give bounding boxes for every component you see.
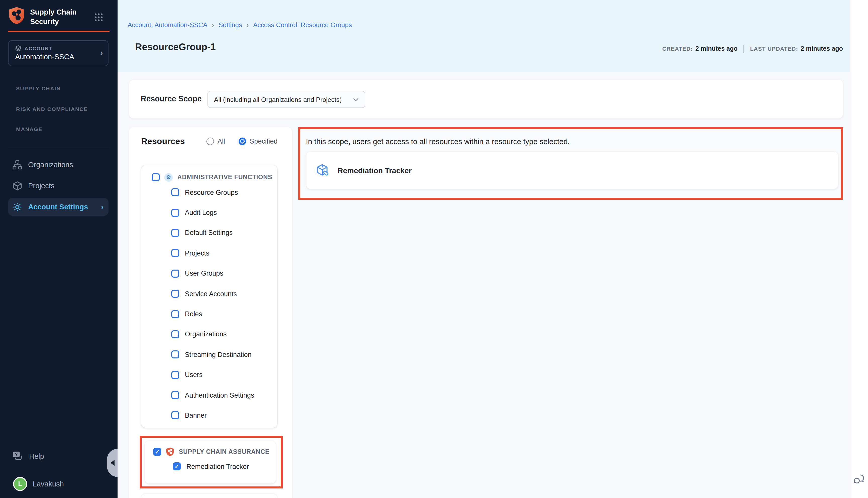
created-label: CREATED: (662, 46, 693, 52)
shield-logo-icon (8, 6, 25, 25)
sidebar-item-label: Account Settings (28, 203, 88, 211)
help-label: Help (29, 452, 44, 460)
radio-specified[interactable]: Specified (238, 137, 277, 145)
cube-icon (13, 181, 22, 191)
breadcrumb-account[interactable]: Account: Automation-SSCA (128, 21, 207, 29)
next-group-card-partial (141, 494, 277, 498)
updated-value: 2 minutes ago (801, 45, 843, 52)
resource-row-roles[interactable]: Roles (141, 304, 277, 324)
checkbox-organizations[interactable] (171, 330, 179, 338)
gear-icon (13, 202, 22, 212)
product-title: Supply Chain Security (30, 6, 77, 27)
updated-label: LAST UPDATED: (750, 46, 798, 52)
radio-circle-icon[interactable] (206, 137, 214, 145)
resource-row-projects[interactable]: Projects (141, 243, 277, 263)
group-card-supply-chain-assurance: SUPPLY CHAIN ASSURANCE Remediation Track… (145, 441, 276, 483)
resource-label: Streaming Destination (185, 351, 252, 358)
module-grid-icon[interactable] (94, 13, 103, 22)
checkbox-banner[interactable] (171, 411, 179, 419)
resource-scope-label: Resource Scope (141, 94, 202, 103)
app-root: Supply Chain Security ACCOUNT Automat (0, 0, 868, 498)
account-label: ACCOUNT (25, 46, 52, 51)
page-header: Account: Automation-SSCA › Settings › Ac… (118, 0, 850, 72)
highlight-box-supply-chain-assurance: SUPPLY CHAIN ASSURANCE Remediation Track… (140, 436, 283, 488)
checkbox-remediation-tracker[interactable] (173, 462, 181, 470)
sidebar: Supply Chain Security ACCOUNT Automat (0, 0, 118, 498)
resource-row-service-accounts[interactable]: Service Accounts (141, 284, 277, 304)
sidebar-item-organizations[interactable]: Organizations (8, 156, 108, 174)
resource-row-resource-groups[interactable]: Resource Groups (141, 182, 277, 202)
chevron-down-icon (353, 97, 359, 101)
sidebar-collapse-handle[interactable] (107, 449, 118, 477)
breadcrumb-separator-icon: › (247, 21, 249, 28)
help-chat-icon: ? (13, 451, 23, 461)
meta-divider (744, 45, 744, 53)
resource-row-audit-logs[interactable]: Audit Logs (141, 202, 277, 223)
checkbox-authentication-settings[interactable] (171, 391, 179, 399)
sidebar-section-supply-chain[interactable]: SUPPLY CHAIN (16, 86, 61, 91)
breadcrumb-access-control[interactable]: Access Control: Resource Groups (253, 21, 352, 29)
breadcrumb: Account: Automation-SSCA › Settings › Ac… (128, 21, 352, 29)
scope-message: In this scope, users get access to all r… (306, 137, 570, 146)
resource-row-organizations[interactable]: Organizations (141, 324, 277, 344)
resource-label: User Groups (185, 270, 223, 277)
checkbox-audit-logs[interactable] (171, 209, 179, 217)
created-value: 2 minutes ago (696, 45, 738, 52)
resource-label: Default Settings (185, 229, 233, 237)
resource-label: Service Accounts (185, 290, 237, 298)
group-card-administrative-functions: ADMINISTRATIVE FUNCTIONS Resource Groups… (141, 165, 277, 428)
page-title: ResourceGroup-1 (135, 42, 216, 53)
group-header: SUPPLY CHAIN ASSURANCE (145, 441, 276, 457)
resource-row-remediation-tracker[interactable]: Remediation Tracker (145, 457, 276, 476)
radio-all[interactable]: All (206, 137, 225, 145)
checkbox-resource-groups[interactable] (171, 188, 179, 196)
org-chart-icon (13, 160, 22, 169)
resource-label: Audit Logs (185, 209, 217, 217)
breadcrumb-settings[interactable]: Settings (219, 21, 242, 29)
resource-row-streaming-destination[interactable]: Streaming Destination (141, 344, 277, 365)
resource-scope-dropdown[interactable]: All (including all Organizations and Pro… (207, 91, 365, 108)
checkbox-users[interactable] (171, 371, 179, 379)
resource-row-authentication-settings[interactable]: Authentication Settings (141, 385, 277, 405)
breadcrumb-separator-icon: › (212, 21, 214, 28)
meta-timestamps: CREATED: 2 minutes ago LAST UPDATED: 2 m… (662, 45, 843, 53)
sidebar-item-label: Organizations (28, 161, 73, 169)
chevron-right-icon: › (101, 203, 103, 211)
user-menu[interactable]: L Lavakush (13, 477, 64, 491)
user-name: Lavakush (33, 480, 64, 488)
resource-label: Resource Groups (185, 188, 238, 196)
avatar: L (13, 477, 27, 491)
checkbox-supply-chain-assurance[interactable] (153, 448, 161, 456)
account-selector[interactable]: ACCOUNT Automation-SSCA › (8, 40, 108, 66)
sidebar-section-risk-and-compliance[interactable]: RISK AND COMPLIANCE (16, 106, 88, 112)
sidebar-divider (8, 148, 109, 148)
resources-title: Resources (141, 136, 185, 147)
checkbox-service-accounts[interactable] (171, 290, 179, 298)
sidebar-section-manage[interactable]: MANAGE (16, 126, 42, 132)
account-name: Automation-SSCA (15, 53, 74, 61)
group-title: SUPPLY CHAIN ASSURANCE (179, 448, 270, 455)
checkbox-projects[interactable] (171, 249, 179, 257)
checkbox-administrative-functions[interactable] (152, 173, 160, 181)
chevron-right-icon: › (100, 48, 103, 57)
resource-label: Projects (185, 249, 209, 257)
chat-bubbles-icon[interactable] (853, 474, 865, 485)
sidebar-item-account-settings[interactable]: Account Settings › (8, 198, 108, 216)
sidebar-item-projects[interactable]: Projects (8, 177, 108, 195)
resource-label: Authentication Settings (185, 391, 254, 399)
resource-row-users[interactable]: Users (141, 365, 277, 385)
help-button[interactable]: ? Help (13, 451, 44, 461)
resource-label: Banner (185, 412, 207, 419)
checkbox-streaming-destination[interactable] (171, 351, 179, 359)
radio-circle-icon[interactable] (238, 137, 246, 145)
radio-specified-label: Specified (250, 137, 277, 145)
checkbox-default-settings[interactable] (171, 229, 179, 237)
resource-row-banner[interactable]: Banner (141, 405, 277, 426)
cube-edit-icon (316, 163, 329, 177)
checkbox-roles[interactable] (171, 310, 179, 318)
resource-row-user-groups[interactable]: User Groups (141, 263, 277, 284)
resource-row-default-settings[interactable]: Default Settings (141, 223, 277, 243)
selected-resources-panel: In this scope, users get access to all r… (298, 127, 843, 200)
svg-text:?: ? (15, 452, 17, 457)
checkbox-user-groups[interactable] (171, 270, 179, 278)
